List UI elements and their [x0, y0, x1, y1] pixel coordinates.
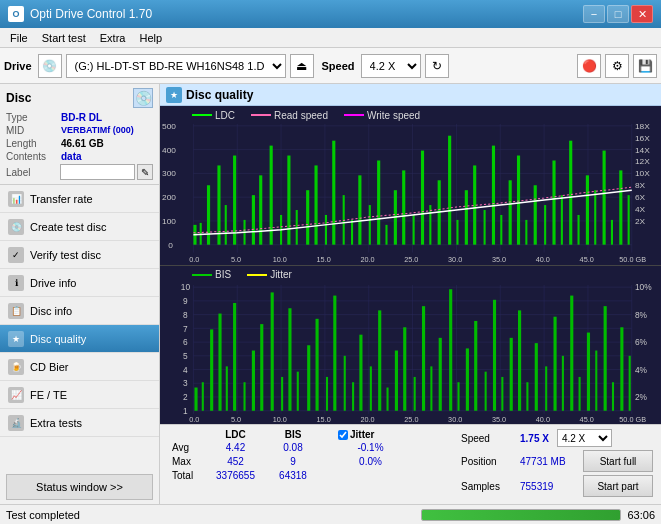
content-area: ★ Disc quality LDC Read speed — [160, 84, 661, 504]
svg-rect-146 — [449, 289, 452, 411]
speed-select-stats[interactable]: 4.2 X — [557, 429, 612, 447]
refresh-button[interactable]: ↻ — [425, 54, 449, 78]
sidebar-item-cd-bier[interactable]: 🍺 CD Bier — [0, 353, 159, 381]
legend-jitter: Jitter — [247, 269, 292, 280]
sidebar-item-drive-info[interactable]: ℹ Drive info — [0, 269, 159, 297]
svg-text:20.0: 20.0 — [360, 256, 374, 264]
menu-start-test[interactable]: Start test — [36, 30, 92, 46]
label-input[interactable] — [60, 164, 135, 180]
window-controls: − □ ✕ — [583, 5, 653, 23]
svg-rect-64 — [594, 190, 596, 244]
svg-text:5.0: 5.0 — [231, 256, 241, 264]
svg-rect-132 — [326, 376, 328, 410]
close-button[interactable]: ✕ — [631, 5, 653, 23]
sidebar-item-transfer-rate[interactable]: 📊 Transfer rate — [0, 185, 159, 213]
sidebar-item-verify-test-disc[interactable]: ✓ Verify test disc — [0, 241, 159, 269]
svg-rect-37 — [358, 175, 361, 244]
bis-header: BIS — [268, 429, 318, 440]
eject-button[interactable]: ⏏ — [290, 54, 314, 78]
svg-text:10X: 10X — [635, 170, 650, 179]
svg-rect-129 — [297, 371, 299, 410]
svg-text:40.0: 40.0 — [536, 415, 550, 424]
svg-text:25.0: 25.0 — [404, 415, 418, 424]
sidebar-item-disc-quality[interactable]: ★ Disc quality — [0, 325, 159, 353]
svg-rect-126 — [271, 292, 274, 410]
total-ldc: 3376655 — [203, 469, 268, 482]
create-test-disc-icon: 💿 — [8, 219, 24, 235]
save-button[interactable]: 💾 — [633, 54, 657, 78]
svg-text:9: 9 — [183, 295, 188, 305]
sidebar-item-extra-tests[interactable]: 🔬 Extra tests — [0, 409, 159, 437]
sidebar-item-disc-info[interactable]: 📋 Disc info — [0, 297, 159, 325]
svg-text:0.0: 0.0 — [189, 415, 199, 424]
svg-rect-152 — [501, 376, 503, 410]
start-part-button[interactable]: Start part — [583, 475, 653, 497]
top-chart-svg: 500 400 300 200 100 0 18X 16X 14X 12X 10… — [160, 106, 661, 265]
menu-extra[interactable]: Extra — [94, 30, 132, 46]
svg-text:100: 100 — [162, 217, 176, 226]
progress-bar-fill — [422, 510, 620, 520]
svg-rect-66 — [611, 220, 613, 245]
drive-select[interactable]: (G:) HL-DT-ST BD-RE WH16NS48 1.D3 — [66, 54, 286, 78]
svg-rect-156 — [535, 343, 538, 411]
avg-ldc: 4.42 — [203, 441, 268, 454]
svg-text:7: 7 — [183, 323, 188, 333]
svg-rect-138 — [378, 310, 381, 410]
svg-rect-44 — [421, 151, 424, 245]
svg-rect-141 — [403, 327, 406, 410]
bis-color — [192, 274, 212, 276]
options-button[interactable]: ⚙ — [605, 54, 629, 78]
disc-info-panel: Disc 💿 Type BD-R DL MID VERBATIMf (000) … — [0, 84, 159, 185]
svg-text:15.0: 15.0 — [317, 256, 331, 264]
menu-file[interactable]: File — [4, 30, 34, 46]
sidebar-item-fe-te[interactable]: 📈 FE / TE — [0, 381, 159, 409]
position-value: 47731 MB — [520, 456, 566, 467]
ldc-header: LDC — [203, 429, 268, 440]
svg-rect-68 — [628, 195, 630, 245]
svg-rect-119 — [210, 329, 213, 410]
svg-rect-60 — [561, 195, 563, 245]
drive-info-icon: ℹ — [8, 275, 24, 291]
avg-speed-val: 1.75 X — [520, 433, 549, 444]
svg-text:45.0: 45.0 — [580, 256, 594, 264]
cd-bier-icon: 🍺 — [8, 359, 24, 375]
svg-rect-65 — [603, 151, 606, 245]
svg-rect-59 — [552, 160, 555, 244]
main-layout: Disc 💿 Type BD-R DL MID VERBATIMf (000) … — [0, 84, 661, 504]
stats-bar: LDC BIS Jitter Avg 4.42 0.08 — [160, 424, 661, 504]
toolbar: Drive 💿 (G:) HL-DT-ST BD-RE WH16NS48 1.D… — [0, 48, 661, 84]
sidebar-item-create-test-disc[interactable]: 💿 Create test disc — [0, 213, 159, 241]
svg-rect-32 — [314, 165, 317, 244]
svg-rect-161 — [579, 376, 581, 410]
svg-rect-158 — [553, 316, 556, 410]
jitter-checkbox[interactable] — [338, 430, 348, 440]
svg-text:16X: 16X — [635, 134, 650, 143]
settings-button[interactable]: 🔴 — [577, 54, 601, 78]
start-full-button[interactable]: Start full — [583, 450, 653, 472]
mid-value: VERBATIMf (000) — [61, 125, 134, 136]
svg-rect-39 — [377, 160, 380, 244]
svg-rect-54 — [509, 180, 512, 244]
minimize-button[interactable]: − — [583, 5, 605, 23]
total-bis: 64318 — [268, 469, 318, 482]
samples-label: Samples — [461, 481, 516, 492]
svg-text:8: 8 — [183, 309, 188, 319]
menu-help[interactable]: Help — [133, 30, 168, 46]
status-window-button[interactable]: Status window >> — [6, 474, 153, 500]
maximize-button[interactable]: □ — [607, 5, 629, 23]
svg-rect-159 — [562, 355, 564, 410]
max-bis: 9 — [268, 455, 318, 468]
svg-text:50.0 GB: 50.0 GB — [619, 415, 646, 424]
svg-rect-34 — [332, 141, 335, 245]
label-edit-button[interactable]: ✎ — [137, 164, 153, 180]
svg-rect-42 — [402, 170, 405, 244]
speed-select[interactable]: 4.2 X — [361, 54, 421, 78]
svg-text:18X: 18X — [635, 122, 650, 131]
svg-rect-43 — [413, 215, 415, 245]
speed-label: Speed — [322, 60, 355, 72]
svg-rect-163 — [595, 350, 597, 410]
svg-rect-120 — [218, 313, 221, 410]
svg-rect-148 — [466, 348, 469, 410]
drive-icon-btn[interactable]: 💿 — [38, 54, 62, 78]
chart-bottom: BIS Jitter — [160, 266, 661, 425]
